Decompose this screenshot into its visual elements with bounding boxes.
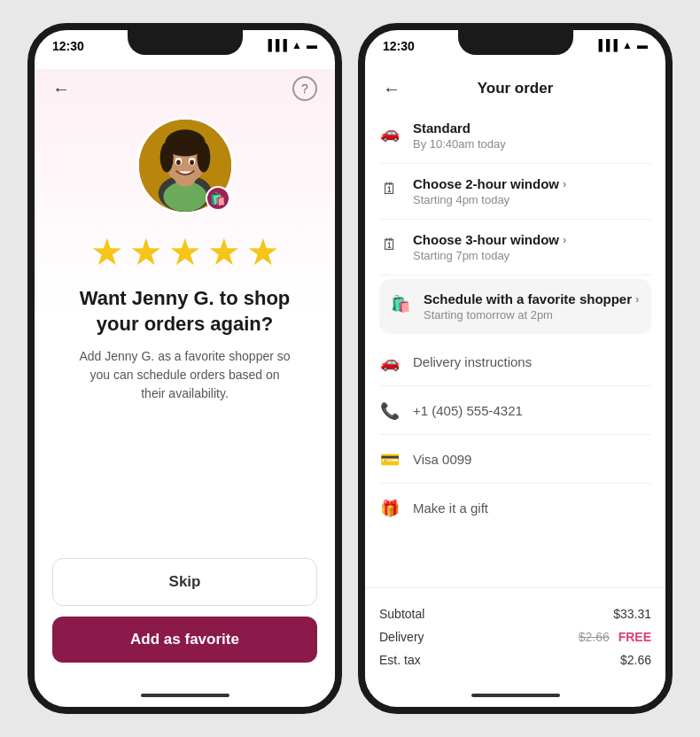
gift-icon: 🎁 [379, 498, 401, 519]
item-content-3hr: Choose 3-hour window › Starting 7pm toda… [413, 232, 651, 262]
delivery-original: $2.66 [579, 630, 610, 644]
back-button-right[interactable]: ← [383, 79, 401, 99]
item-title-3hr: Choose 3-hour window › [413, 232, 651, 247]
tax-row: Est. tax $2.66 [379, 648, 651, 671]
right-screen: ← Your order 🚗 Standard By 10:40am today… [365, 69, 665, 689]
item-title-card: Visa 0099 [413, 452, 651, 467]
subtotal-row: Subtotal $33.31 [379, 602, 651, 625]
list-item[interactable]: 🎁 Make it a gift [379, 484, 651, 531]
home-bar-right [471, 694, 560, 697]
home-indicator-left [35, 689, 335, 707]
item-title-gift: Make it a gift [413, 500, 651, 516]
chevron-icon-2hr: › [563, 177, 566, 190]
item-subtitle-2hr: Starting 4pm today [413, 193, 651, 206]
list-item: 🚗 Standard By 10:40am today [379, 108, 651, 164]
item-title-2hr: Choose 2-hour window › [413, 176, 651, 191]
shopper-section: 🛍️ ★ ★ ★ ★ ★ Want Jenny G. to shop your … [35, 108, 335, 403]
left-nav-bar: ← ? [35, 69, 335, 108]
avatar-container: 🛍️ [136, 117, 234, 214]
item-title-delivery: Delivery instructions [413, 354, 651, 369]
delivery-icon: 🚗 [379, 352, 401, 373]
star-5: ★ [246, 230, 280, 274]
star-1: ★ [90, 230, 124, 274]
subtitle: Add Jenny G. as a favorite shopper so yo… [52, 347, 317, 403]
svg-point-7 [197, 143, 210, 173]
home-indicator-right [365, 689, 665, 707]
item-subtitle-fav: Starting tomorrow at 2pm [424, 308, 641, 322]
star-4: ★ [207, 230, 241, 274]
back-button-left[interactable]: ← [52, 79, 70, 99]
main-title: Want Jenny G. to shop your orders again? [52, 286, 317, 337]
battery-icon-right: ▬ [637, 39, 648, 51]
signal-icon: ▐▐▐ [265, 39, 288, 51]
list-item[interactable]: 🚗 Delivery instructions [379, 337, 651, 386]
signal-icon-right: ▐▐▐ [595, 39, 618, 51]
status-time-right: 12:30 [383, 39, 415, 53]
phone-icon: 📞 [379, 400, 401, 422]
star-2: ★ [129, 230, 163, 274]
battery-icon: ▬ [307, 39, 317, 51]
bag-icon: 🛍️ [390, 293, 411, 314]
item-subtitle-standard: By 10:40am today [413, 137, 651, 151]
item-content-phone: +1 (405) 555-4321 [413, 403, 651, 418]
calendar-icon-2: 🗓 [379, 234, 401, 255]
shopper-badge: 🛍️ [206, 186, 230, 211]
wifi-icon-right: ▲ [622, 39, 633, 51]
subtotal-value: $33.31 [613, 607, 651, 621]
left-screen: ← ? [35, 69, 335, 689]
delivery-free: FREE [618, 630, 651, 644]
calendar-icon-1: 🗓 [379, 178, 401, 199]
order-nav-bar: ← Your order [365, 69, 665, 108]
svg-point-11 [190, 159, 194, 165]
notch-right [458, 30, 573, 55]
list-item[interactable]: 🗓 Choose 3-hour window › Starting 7pm to… [379, 220, 651, 275]
order-title: Your order [478, 80, 554, 97]
delivery-value: $2.66 FREE [579, 630, 651, 644]
skip-button[interactable]: Skip [52, 558, 317, 606]
item-content-gift: Make it a gift [413, 500, 651, 516]
list-item-favorite-shopper[interactable]: 🛍️ Schedule with a favorite shopper › St… [379, 279, 651, 334]
list-item[interactable]: 🗓 Choose 2-hour window › Starting 4pm to… [379, 164, 651, 220]
order-list: 🚗 Standard By 10:40am today 🗓 Choose 2-h… [365, 108, 665, 587]
tax-label: Est. tax [379, 653, 421, 667]
credit-card-icon: 💳 [379, 449, 401, 470]
subtotal-label: Subtotal [379, 607, 424, 621]
buttons-section: Skip Add as favorite [35, 558, 335, 689]
status-time-left: 12:30 [52, 39, 84, 53]
item-subtitle-3hr: Starting 7pm today [413, 249, 651, 262]
tax-value: $2.66 [620, 653, 651, 667]
car-icon: 🚗 [379, 122, 401, 144]
order-footer: Subtotal $33.31 Delivery $2.66 FREE Est.… [365, 587, 665, 689]
item-content-2hr: Choose 2-hour window › Starting 4pm toda… [413, 176, 651, 206]
list-item: 💳 Visa 0099 [379, 435, 651, 484]
delivery-label: Delivery [379, 630, 424, 644]
star-3: ★ [168, 230, 202, 274]
help-button[interactable]: ? [292, 76, 317, 101]
item-content-delivery: Delivery instructions [413, 354, 651, 369]
add-favorite-button[interactable]: Add as favorite [52, 617, 317, 663]
home-bar [141, 694, 229, 697]
list-item: 📞 +1 (405) 555-4321 [379, 386, 651, 435]
left-phone: 12:30 ▐▐▐ ▲ ▬ ← ? [27, 23, 342, 714]
svg-point-6 [159, 143, 173, 173]
delivery-row: Delivery $2.66 FREE [379, 625, 651, 648]
stars-row: ★ ★ ★ ★ ★ [90, 230, 280, 274]
notch [128, 30, 243, 55]
right-phone: 12:30 ▐▐▐ ▲ ▬ ← Your order 🚗 Standard By… [358, 23, 673, 714]
wifi-icon: ▲ [292, 39, 302, 51]
status-icons-right: ▐▐▐ ▲ ▬ [595, 39, 648, 51]
item-title-standard: Standard [413, 120, 651, 136]
svg-point-10 [176, 159, 181, 165]
chevron-icon-3hr: › [563, 233, 566, 246]
chevron-icon-fav: › [635, 292, 639, 306]
status-icons-left: ▐▐▐ ▲ ▬ [265, 39, 317, 51]
item-title-phone: +1 (405) 555-4321 [413, 403, 651, 418]
item-content-fav: Schedule with a favorite shopper › Start… [424, 291, 641, 322]
item-content-card: Visa 0099 [413, 452, 651, 467]
item-title-fav: Schedule with a favorite shopper › [424, 291, 641, 306]
item-content-standard: Standard By 10:40am today [413, 120, 651, 151]
